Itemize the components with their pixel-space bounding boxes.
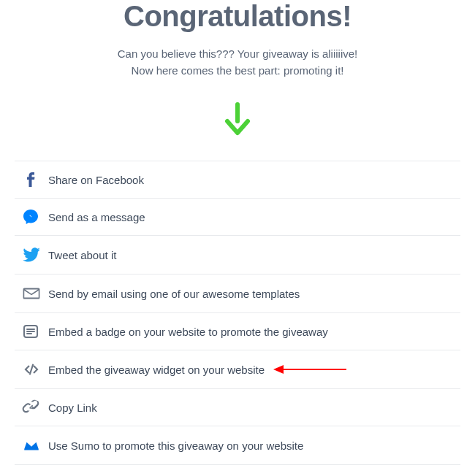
email-icon (22, 284, 48, 303)
code-icon (22, 360, 48, 379)
tweet-item[interactable]: Tweet about it (15, 236, 460, 275)
subtitle-line-2: Now here comes the best part: promoting … (15, 63, 460, 80)
link-icon (22, 399, 48, 416)
subtitle-line-1: Can you believe this??? Your giveaway is… (15, 46, 460, 63)
twitter-icon (22, 245, 48, 264)
item-label: Send by email using one of our awesome t… (48, 288, 300, 300)
pointer-arrow-icon (273, 363, 346, 376)
share-facebook-item[interactable]: Share on Facebook (15, 161, 460, 199)
header: Congratulations! Can you believe this???… (15, 0, 460, 93)
badge-icon (22, 323, 48, 340)
item-label: Embed the giveaway widget on your websit… (48, 364, 265, 376)
page-title: Congratulations! (15, 0, 460, 33)
send-message-item[interactable]: Send as a message (15, 199, 460, 236)
sumo-promote-item[interactable]: Use Sumo to promote this giveaway on you… (15, 426, 460, 465)
item-label: Embed a badge on your website to promote… (48, 326, 328, 338)
copy-link-item[interactable]: Copy Link (15, 389, 460, 426)
subtitle: Can you believe this??? Your giveaway is… (15, 46, 460, 79)
item-label: Share on Facebook (48, 174, 144, 186)
embed-widget-item[interactable]: Embed the giveaway widget on your websit… (15, 350, 460, 389)
arrow-down-icon (219, 101, 256, 137)
promote-options-list: Share on Facebook Send as a message Twee… (15, 161, 460, 465)
item-label: Use Sumo to promote this giveaway on you… (48, 439, 303, 452)
down-arrow-decoration (15, 93, 460, 161)
send-email-item[interactable]: Send by email using one of our awesome t… (15, 275, 460, 313)
sumo-crown-icon (22, 436, 48, 455)
item-label: Tweet about it (48, 249, 116, 261)
item-label: Copy Link (48, 402, 97, 414)
facebook-icon (22, 171, 48, 188)
messenger-icon (22, 208, 48, 226)
embed-badge-item[interactable]: Embed a badge on your website to promote… (15, 313, 460, 350)
item-label: Send as a message (48, 211, 145, 223)
